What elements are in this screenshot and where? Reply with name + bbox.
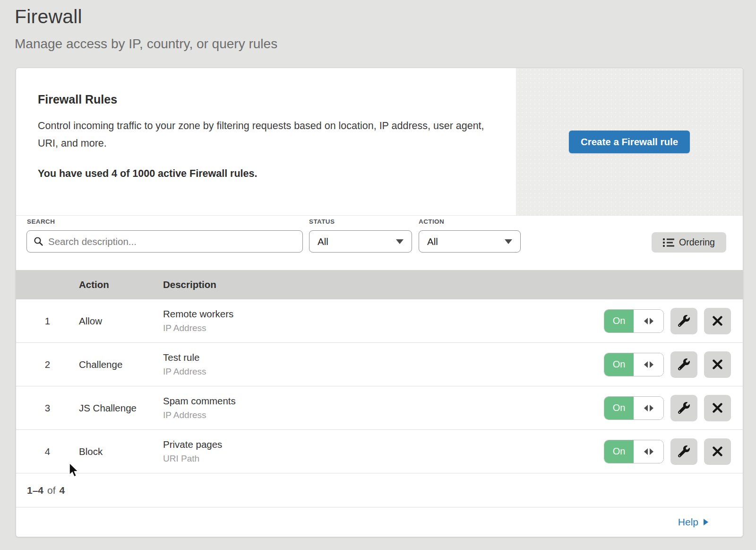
wrench-icon xyxy=(678,402,690,414)
rule-action: Block xyxy=(79,446,163,457)
rule-priority: 1 xyxy=(16,315,79,327)
rule-controls: On xyxy=(601,308,743,334)
triangle-left-icon xyxy=(644,361,648,368)
search-label: SEARCH xyxy=(27,218,55,225)
edit-rule-button[interactable] xyxy=(670,351,697,378)
ordered-list-icon xyxy=(663,238,674,247)
edit-rule-button[interactable] xyxy=(670,308,697,334)
table-row: 3 JS Challenge Spam comments IP Address … xyxy=(16,386,743,430)
action-select-value: All xyxy=(427,236,438,247)
toggle-arrows-segment[interactable] xyxy=(634,440,663,463)
section-description: Control incoming traffic to your zone by… xyxy=(38,117,487,152)
rule-enabled-toggle[interactable]: On xyxy=(604,396,664,420)
edit-rule-button[interactable] xyxy=(670,395,697,421)
create-firewall-rule-button[interactable]: Create a Firewall rule xyxy=(569,131,690,153)
search-icon xyxy=(34,236,43,246)
search-input[interactable] xyxy=(48,236,296,247)
filter-section: SEARCH STATUS All ACTION All xyxy=(16,216,743,270)
wrench-icon xyxy=(678,445,690,457)
rule-enabled-toggle[interactable]: On xyxy=(604,353,664,376)
rule-controls: On xyxy=(601,395,743,421)
rule-description: Spam comments xyxy=(163,395,601,407)
page-subtitle: Manage access by IP, country, or query r… xyxy=(15,36,756,52)
description-column-header: Description xyxy=(163,279,601,290)
usage-summary: You have used 4 of 1000 active Firewall … xyxy=(38,168,488,180)
pagination-of: of xyxy=(47,485,56,496)
rule-controls: On xyxy=(601,351,743,378)
toggle-arrows-segment[interactable] xyxy=(634,310,663,332)
status-select[interactable]: All xyxy=(309,230,412,253)
ordering-button[interactable]: Ordering xyxy=(652,232,726,253)
triangle-left-icon xyxy=(644,405,648,411)
rule-match-type: IP Address xyxy=(163,367,601,377)
delete-rule-button[interactable] xyxy=(704,351,731,378)
wrench-icon xyxy=(678,315,690,327)
help-link[interactable]: Help xyxy=(678,516,708,528)
rule-description: Test rule xyxy=(163,352,601,363)
rule-action: Allow xyxy=(79,315,163,327)
rule-description-cell: Remote workers IP Address xyxy=(163,308,601,333)
page-title: Firewall xyxy=(15,5,756,28)
toggle-on-segment[interactable]: On xyxy=(604,310,634,332)
close-icon xyxy=(712,359,723,370)
delete-rule-button[interactable] xyxy=(704,308,731,334)
triangle-right-icon xyxy=(650,405,653,411)
pagination-total: 4 xyxy=(60,485,65,496)
help-footer: Help xyxy=(16,507,743,537)
status-select-value: All xyxy=(318,236,328,247)
rule-priority: 4 xyxy=(16,446,79,457)
toggle-arrows-segment[interactable] xyxy=(634,397,663,419)
table-row: 2 Challenge Test rule IP Address On xyxy=(16,343,743,386)
rule-match-type: URI Path xyxy=(163,454,601,464)
table-row: 1 Allow Remote workers IP Address On xyxy=(16,299,743,343)
wrench-icon xyxy=(678,358,690,370)
firewall-rules-card: Firewall Rules Control incoming traffic … xyxy=(16,68,743,537)
delete-rule-button[interactable] xyxy=(704,438,731,465)
triangle-left-icon xyxy=(644,448,648,455)
rule-match-type: IP Address xyxy=(163,323,601,333)
rule-description: Remote workers xyxy=(163,308,601,320)
right-triangle-icon xyxy=(704,519,708,525)
toggle-arrows-segment[interactable] xyxy=(634,353,663,376)
rule-match-type: IP Address xyxy=(163,410,601,420)
overview-section: Firewall Rules Control incoming traffic … xyxy=(16,68,743,216)
overview-text-block: Firewall Rules Control incoming traffic … xyxy=(16,68,516,215)
rule-description-cell: Test rule IP Address xyxy=(163,352,601,377)
delete-rule-button[interactable] xyxy=(704,395,731,421)
page-header: Firewall Manage access by IP, country, o… xyxy=(0,0,756,52)
help-link-label: Help xyxy=(678,516,698,528)
create-rule-panel: Create a Firewall rule xyxy=(516,68,743,215)
ordering-button-label: Ordering xyxy=(679,237,715,248)
close-icon xyxy=(712,446,723,457)
toggle-on-segment[interactable]: On xyxy=(604,440,634,463)
action-column-header: Action xyxy=(79,279,163,290)
triangle-right-icon xyxy=(650,448,653,455)
section-heading: Firewall Rules xyxy=(38,93,488,106)
status-label: STATUS xyxy=(309,218,335,225)
rule-controls: On xyxy=(601,438,743,465)
caret-down-icon xyxy=(505,239,512,244)
table-header-row: Action Description xyxy=(16,270,743,299)
pagination-range: 1–4 xyxy=(27,485,43,496)
rule-priority: 3 xyxy=(16,402,79,414)
triangle-left-icon xyxy=(644,318,648,324)
pagination-row: 1–4 of 4 xyxy=(16,473,743,507)
rule-enabled-toggle[interactable]: On xyxy=(604,440,664,463)
triangle-right-icon xyxy=(650,361,653,368)
firewall-rules-table: Action Description 1 Allow Remote worker… xyxy=(16,270,743,473)
action-select[interactable]: All xyxy=(419,230,521,253)
rule-description-cell: Spam comments IP Address xyxy=(163,395,601,420)
close-icon xyxy=(712,402,723,413)
rule-action: JS Challenge xyxy=(79,402,163,414)
search-box xyxy=(26,230,303,253)
action-label: ACTION xyxy=(419,218,444,225)
rule-action: Challenge xyxy=(79,359,163,370)
triangle-right-icon xyxy=(650,318,653,324)
toggle-on-segment[interactable]: On xyxy=(604,397,634,419)
rule-description-cell: Private pages URI Path xyxy=(163,439,601,464)
table-row: 4 Block Private pages URI Path On xyxy=(16,430,743,473)
edit-rule-button[interactable] xyxy=(670,438,697,465)
toggle-on-segment[interactable]: On xyxy=(604,353,634,376)
rule-enabled-toggle[interactable]: On xyxy=(604,309,664,333)
caret-down-icon xyxy=(396,239,404,244)
